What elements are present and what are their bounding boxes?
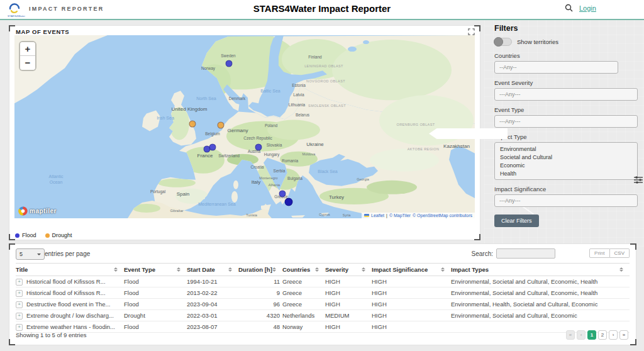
login-link[interactable]: Login: [579, 4, 596, 12]
toggle-label: Show territories: [517, 38, 558, 45]
expand-row-button[interactable]: +: [16, 279, 23, 286]
cell-duration: 48: [238, 321, 282, 333]
print-button[interactable]: Print: [589, 248, 609, 258]
panel-corner: [9, 234, 15, 240]
sort-icon[interactable]: [315, 265, 323, 274]
event-title-link[interactable]: Extreme weather Hans - floodin...: [26, 323, 115, 330]
zoom-out-button[interactable]: −: [20, 56, 35, 70]
event-type-label: Event Type: [494, 106, 638, 113]
map-attribution: Leaflet | © MapTiler © OpenStreetMap con…: [362, 213, 475, 218]
col-impact-significance: Impact Significance: [372, 264, 451, 276]
maptiler-pin-icon: [18, 206, 28, 216]
cell-duration: 4320: [238, 310, 282, 321]
expand-row-button[interactable]: +: [16, 290, 23, 297]
leg-label: Drought: [52, 232, 72, 238]
maptiler-wordmark: maptiler: [30, 208, 57, 214]
panel-corner: [9, 339, 15, 345]
col-title: Title: [16, 264, 124, 276]
flood-marker[interactable]: [279, 191, 286, 198]
cell-impact-significance: HIGH: [372, 299, 451, 310]
impact-type-option[interactable]: Societal and Cultural: [495, 153, 637, 161]
cell-impact-types: Environmental, Societal and Cultural, Ec…: [451, 276, 630, 287]
sort-icon[interactable]: [362, 265, 369, 274]
impact-significance-select[interactable]: ---Any---: [494, 194, 638, 207]
cell-countries: Greece: [282, 276, 325, 287]
osm-link[interactable]: © OpenStreetMap contributors: [413, 213, 472, 218]
cell-duration: 9: [238, 287, 282, 299]
flood-marker[interactable]: [255, 144, 262, 151]
sort-icon[interactable]: [114, 265, 121, 274]
drought-marker[interactable]: [189, 121, 196, 128]
cell-start-date: 1994-10-21: [187, 276, 238, 287]
page: STARS4Water IMPACT REPORTER STARS4Water …: [0, 0, 644, 351]
entries-per-page-label: entries per page: [45, 250, 90, 257]
sort-icon[interactable]: [177, 265, 184, 274]
page-1-button[interactable]: 1: [587, 330, 596, 340]
show-territories-toggle[interactable]: [494, 38, 512, 46]
flood-dark-marker[interactable]: [285, 198, 293, 206]
flood-marker[interactable]: [209, 144, 216, 151]
cell-event-type: Flood: [124, 321, 187, 333]
cell-severity: HIGH: [325, 299, 372, 310]
maptiler-link[interactable]: © MapTiler: [389, 213, 411, 218]
maptiler-logo[interactable]: maptiler: [18, 206, 57, 216]
settings-sliders-icon[interactable]: [633, 175, 643, 187]
event-title-link[interactable]: Historical flood of Kifissos R...: [26, 278, 106, 285]
zoom-in-button[interactable]: +: [20, 42, 35, 56]
cell-start-date: 2023-08-07: [187, 321, 238, 333]
entries-per-page-select[interactable]: 5: [16, 248, 45, 260]
next-page-button[interactable]: ›: [609, 330, 618, 340]
last-page-button[interactable]: »: [619, 330, 628, 340]
clear-filters-button[interactable]: Clear Filters: [494, 214, 539, 227]
event-title-link[interactable]: Extreme drought / low discharg...: [26, 312, 114, 319]
page-2-button[interactable]: 2: [598, 330, 607, 340]
flood-dot-icon: [15, 233, 19, 238]
search-icon[interactable]: [565, 4, 573, 12]
chevron-down-icon: [37, 254, 41, 257]
impact-type-listbox[interactable]: Environmental Societal and Cultural Econ…: [494, 142, 638, 180]
cell-duration: 11: [238, 276, 282, 287]
ukraine-flag-icon: [364, 214, 369, 217]
impact-type-label: Impact Type: [494, 133, 638, 140]
impact-type-option[interactable]: Economic: [495, 161, 637, 169]
cell-severity: HIGH: [325, 321, 372, 333]
cell-event-type: Flood: [124, 287, 187, 299]
event-severity-select[interactable]: ---Any---: [494, 88, 638, 101]
sort-icon[interactable]: [441, 265, 448, 274]
app-header: STARS4Water IMPACT REPORTER STARS4Water …: [0, 0, 644, 20]
cell-impact-types: Environmental, Societal and Cultural, Ec…: [451, 287, 630, 299]
sort-icon[interactable]: [619, 265, 627, 274]
table-search-input[interactable]: [496, 248, 555, 259]
map-legend: Flood Drought: [15, 232, 72, 238]
expand-row-button[interactable]: +: [16, 313, 23, 320]
cell-impact-significance: HIGH: [372, 321, 451, 333]
cell-countries: Norway: [282, 321, 325, 333]
cell-impact-types: Environmental, Societal and Cultural, Ec…: [451, 310, 630, 321]
first-page-button[interactable]: «: [566, 330, 575, 340]
event-type-select[interactable]: ---Any---: [494, 115, 638, 128]
countries-select[interactable]: --Any--: [494, 61, 618, 74]
impact-type-option[interactable]: Environmental: [495, 145, 637, 153]
stars4water-logo[interactable]: STARS4Water: [8, 1, 24, 18]
csv-button[interactable]: CSV: [610, 248, 630, 258]
sort-icon[interactable]: [272, 265, 280, 274]
impact-type-option[interactable]: Health: [495, 169, 637, 177]
flood-marker[interactable]: [226, 60, 233, 67]
cell-duration: 96: [238, 299, 282, 310]
prev-page-button[interactable]: ‹: [577, 330, 586, 340]
table-row: +Historical flood of Kifissos R... Flood…: [16, 287, 630, 299]
map[interactable]: AtlanticOceanNorth SeaIrish SeaBaltic Se…: [14, 35, 475, 218]
event-title-link[interactable]: Historical flood of Kifissos R...: [26, 289, 106, 296]
expand-row-button[interactable]: +: [16, 324, 23, 331]
drought-marker[interactable]: [218, 122, 225, 129]
event-title-link[interactable]: Destructive flood event in The...: [26, 301, 110, 308]
cell-impact-types: Environmental, Health, Societal and Cult…: [451, 299, 630, 310]
entries-value: 5: [19, 251, 23, 257]
sort-icon[interactable]: [228, 265, 236, 274]
leaflet-link[interactable]: Leaflet: [371, 213, 384, 218]
expand-row-button[interactable]: +: [16, 301, 23, 308]
cell-countries: Greece: [282, 299, 325, 310]
countries-value: --Any--: [499, 64, 517, 70]
cell-severity: HIGH: [325, 287, 372, 299]
events-table-panel: 5 entries per page Search: Print CSV Tit…: [9, 243, 636, 345]
